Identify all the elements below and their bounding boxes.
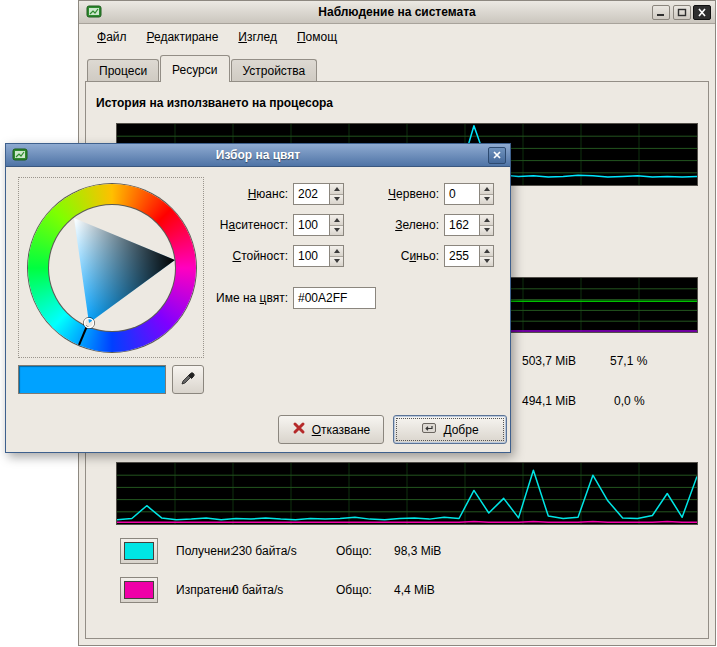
eyedropper-button[interactable] (172, 365, 204, 394)
eyedropper-icon (180, 370, 196, 389)
green-label: Зелено: (356, 214, 439, 236)
received-color-button[interactable] (120, 538, 158, 564)
sent-color-swatch (124, 581, 154, 599)
saturation-spin-down[interactable] (330, 225, 343, 236)
hue-spin-up[interactable] (330, 184, 343, 194)
maximize-button[interactable] (673, 5, 691, 20)
blue-spinbox[interactable]: 255 (444, 245, 494, 267)
saturation-value[interactable]: 100 (294, 215, 329, 235)
hue-ring[interactable] (28, 184, 196, 352)
close-icon (697, 6, 707, 20)
color-preview (18, 365, 166, 394)
blue-label: Синьо: (356, 245, 439, 267)
blue-spin-down[interactable] (480, 256, 493, 267)
green-spinbox[interactable]: 162 (444, 214, 494, 236)
red-label: Червено: (356, 183, 439, 205)
hsv-wheel[interactable] (18, 177, 204, 358)
dialog-close-button[interactable] (488, 147, 506, 164)
received-label: Получени: (176, 544, 234, 558)
saturation-spinbox[interactable]: 100 (293, 214, 344, 236)
received-color-swatch (124, 542, 154, 560)
received-rate: 230 байта/s (232, 544, 297, 558)
ok-icon (421, 420, 437, 439)
dialog-title: Избор на цвят (6, 144, 510, 167)
saturation-spin-up[interactable] (330, 215, 343, 225)
green-value[interactable]: 162 (445, 215, 479, 235)
received-total: 98,3 MiB (394, 544, 441, 558)
tab-devices[interactable]: Устройства (231, 59, 318, 82)
dialog-titlebar[interactable]: Избор на цвят (6, 144, 510, 167)
red-spin-down[interactable] (480, 194, 493, 205)
blue-value[interactable]: 255 (445, 246, 479, 266)
hsv-triangle[interactable] (28, 184, 196, 352)
swap-percent: 0,0 % (614, 394, 645, 408)
ok-button-label: Добре (443, 423, 478, 437)
red-spin-up[interactable] (480, 184, 493, 194)
sent-total-label: Общо: (336, 583, 372, 597)
window-title: Наблюдение на системата (79, 1, 715, 24)
sent-label: Изпратени: (176, 583, 238, 597)
red-value[interactable]: 0 (445, 184, 479, 204)
blue-spin-up[interactable] (480, 246, 493, 256)
color-picker-dialog: Избор на цвят (5, 143, 511, 453)
close-icon (492, 149, 502, 163)
close-button[interactable] (693, 5, 711, 20)
memory-percent: 57,1 % (610, 354, 647, 368)
menu-file[interactable]: Файл (87, 26, 137, 48)
cancel-button[interactable]: Отказване (278, 415, 384, 444)
value-spinbox[interactable]: 100 (293, 245, 344, 267)
hue-spinbox[interactable]: 202 (293, 183, 344, 205)
sent-color-button[interactable] (120, 577, 158, 603)
tab-resources[interactable]: Ресурси (160, 55, 229, 82)
ok-button[interactable]: Добре (393, 415, 507, 444)
sent-rate: 0 байта/s (232, 583, 283, 597)
hue-spin-down[interactable] (330, 194, 343, 205)
value-value[interactable]: 100 (294, 246, 329, 266)
network-history-graph (116, 462, 698, 525)
minimize-button[interactable] (652, 5, 670, 20)
green-spin-down[interactable] (480, 225, 493, 236)
sent-total: 4,4 MiB (394, 583, 435, 597)
hue-value[interactable]: 202 (294, 184, 329, 204)
tab-bar: Процеси Ресурси Устройства (87, 55, 317, 82)
swap-amount: 494,1 MiB (522, 394, 576, 408)
menu-help[interactable]: Помощ (287, 26, 347, 48)
minimize-icon (656, 6, 666, 20)
maximize-icon (677, 6, 687, 20)
value-spin-up[interactable] (330, 246, 343, 256)
memory-amount: 503,7 MiB (522, 354, 576, 368)
saturation-label: Наситеност: (191, 214, 288, 236)
color-name-input[interactable]: #00A2FF (293, 287, 376, 309)
value-label: Стойност: (191, 245, 288, 267)
menu-view[interactable]: Изглед (228, 26, 287, 48)
menu-edit[interactable]: Редактиране (137, 26, 229, 48)
green-spin-up[interactable] (480, 215, 493, 225)
color-name-label: Име на цвят: (156, 287, 288, 309)
menubar: Файл Редактиране Изглед Помощ (79, 25, 715, 49)
received-total-label: Общо: (336, 544, 372, 558)
hue-marker[interactable] (79, 326, 87, 345)
desktop: Наблюдение на системата Файл Редактиране… (0, 0, 717, 647)
red-spinbox[interactable]: 0 (444, 183, 494, 205)
value-spin-down[interactable] (330, 256, 343, 267)
tab-processes[interactable]: Процеси (87, 59, 159, 82)
main-titlebar[interactable]: Наблюдение на системата (79, 1, 715, 24)
hue-label: Нюанс: (191, 183, 288, 205)
cancel-button-label: Отказване (312, 423, 371, 437)
cpu-history-heading: История на използването на процесора (96, 96, 333, 110)
cancel-icon (292, 421, 306, 438)
